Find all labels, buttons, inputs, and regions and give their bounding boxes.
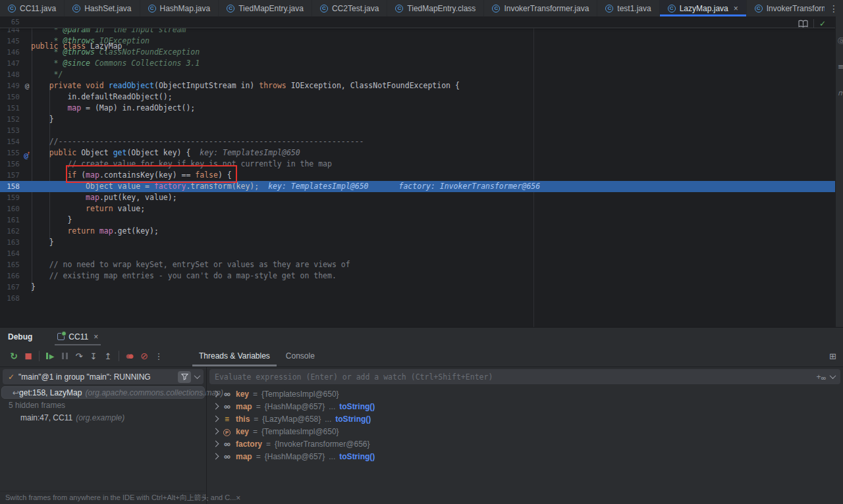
inspections-ok-icon[interactable]: ✓ [819,19,826,28]
editor-tab-cc2test-java[interactable]: CCC2Test.java [312,0,387,16]
thread-selector[interactable]: ✓ "main"@1 in group "main": RUNNING [3,369,204,384]
tab-options-kebab-icon[interactable]: ⋮ [825,0,843,16]
variable-row[interactable]: oomap={HashMap@657}...toString() [207,450,843,463]
code-token: LazyMap [90,41,122,51]
line-number: 148 [0,69,20,80]
stop-button[interactable]: ■ [21,349,36,363]
pause-button[interactable] [57,349,72,363]
variable-row[interactable]: ≡this={LazyMap@658}...toString() [207,413,843,425]
code-text: map.put(key, value); [31,192,177,203]
resume-button[interactable]: ▶ [43,349,57,363]
variable-value: {TemplatesImpl@650} [261,390,339,399]
evaluate-expand-chevron-icon[interactable] [830,372,836,379]
variable-value: {HashMap@657} [265,402,325,411]
code-token: * [31,59,63,68]
reader-mode-book-icon[interactable] [798,20,808,28]
rerun-button[interactable]: ↻ [7,349,21,363]
code-token: IOException, ClassNotFoundException { [291,81,460,90]
variables-pane: +oo ookey={TemplatesImpl@650}oomap={Hash… [207,367,843,504]
line-number: 165 [0,259,20,270]
code-line-164: 164 [0,248,835,259]
tab-label: test1.java [617,4,651,13]
variable-row[interactable]: Pkey={TemplatesImpl@650} [207,425,843,438]
editor-tab-lazymap-java[interactable]: CLazyMap.java× [660,0,747,16]
code-token: .put(key, value); [99,193,177,202]
code-token: map [99,226,113,236]
frame-package: (org.apache.commons.collections.map) [85,388,223,397]
variable-row[interactable]: ookey={TemplatesImpl@650} [207,388,843,400]
code-text: map = (Map) in.readObject(); [31,103,195,114]
code-token: public class [31,41,90,51]
tab-console[interactable]: Console [278,345,323,366]
line-number: 151 [0,103,20,114]
expand-chevron-icon[interactable] [213,441,219,447]
add-watch-icon[interactable]: +oo [816,373,825,381]
step-into-button[interactable]: ↧ [86,349,101,363]
code-line-160: 160 return value; [0,203,835,214]
editor-tab-hashset-java[interactable]: CHashSet.java [65,0,140,16]
code-token: .transform(key); [186,182,259,191]
code-token: @since [63,59,90,68]
tostring-link[interactable]: toString() [335,415,371,424]
code-token [31,226,67,236]
expand-chevron-icon[interactable] [213,416,219,422]
editor-tab-cc11-java[interactable]: CCC11.java [0,0,65,16]
code-token: Object [81,148,113,157]
editor-tab-tiedmapentry-class[interactable]: CTiedMapEntry.class [387,0,484,16]
code-token: } [31,238,54,247]
mute-breakpoints-button[interactable]: ⊘ [137,349,151,363]
code-editor[interactable]: 144 * @param in the input stream145 * @t… [0,16,835,327]
clipped-tool-icon[interactable]: ≡ [838,63,843,71]
editor-tab-test1-java[interactable]: Ctest1.java [597,0,659,16]
editor-tab-hashmap-java[interactable]: CHashMap.java [140,0,219,16]
tab-threads-variables[interactable]: Threads & Variables [191,345,278,366]
code-line-155: 155@↑ public Object get(Object key) {key… [0,147,835,159]
evaluate-expression-bar[interactable]: +oo [209,369,840,384]
step-over-button[interactable]: ↷ [72,349,86,363]
variable-row[interactable]: oofactory={InvokerTransformer@656} [207,438,843,450]
line-number: 160 [0,203,20,214]
clipped-tool-icon[interactable]: ⓐ [838,36,843,46]
hide-frames-filter-button[interactable] [178,371,191,383]
expand-chevron-icon[interactable] [213,453,219,460]
code-token: Commons Collections 3.1 [90,59,200,68]
close-tab-icon[interactable]: × [734,4,738,13]
code-token: readObject [109,81,154,90]
tostring-link[interactable]: toString() [339,452,375,461]
parameter-icon: P [223,429,231,436]
frame-row[interactable]: ↩get:158, LazyMap(org.apache.commons.col… [1,386,205,399]
funnel-icon [181,373,188,380]
toolbar-more-icon[interactable]: ⋮ [151,349,166,363]
watch-icon: oo [222,453,232,460]
editor-tab-tiedmapentry-java[interactable]: CTiedMapEntry.java [219,0,312,16]
frame-row[interactable]: main:47, CC11(org.example) [0,411,206,424]
variable-row[interactable]: oomap={HashMap@657}...toString() [207,400,843,413]
editor-tab-invokertransformer-java[interactable]: CInvokerTransformer.java [484,0,597,16]
code-text: return value; [31,203,145,214]
variable-value: {HashMap@657} [265,452,325,461]
step-out-button[interactable]: ↥ [101,349,115,363]
evaluate-expression-input[interactable] [215,372,811,382]
code-token: private void [31,81,109,90]
debug-session-tab[interactable]: CC11 × [52,328,103,345]
thread-expand-chevron-icon[interactable] [194,372,201,379]
expand-chevron-icon[interactable] [213,391,219,397]
close-session-icon[interactable]: × [94,332,98,341]
frames-hidden-row[interactable]: 5 hidden frames [0,399,206,411]
expand-chevron-icon[interactable] [213,403,219,410]
code-text: */ [31,69,63,80]
widget-divider [813,19,814,28]
clipped-tool-icon[interactable]: m [838,89,843,97]
editor-tab-invokertransformer-class[interactable]: CInvokerTransformer.class [747,0,825,16]
view-breakpoints-button[interactable] [122,349,137,363]
expand-chevron-icon[interactable] [213,428,219,435]
variable-name: key [236,427,249,436]
thread-label: "main"@1 in group "main": RUNNING [18,372,174,382]
code-token: value; [118,204,146,213]
code-token: = (Map) in.readObject(); [81,103,195,113]
tostring-link[interactable]: toString() [339,402,375,411]
java-class-icon: C [8,5,16,13]
java-class-icon: C [605,5,613,13]
return-arrow-icon: ↩ [13,388,19,397]
layout-settings-icon[interactable]: ⊞ [829,351,836,361]
